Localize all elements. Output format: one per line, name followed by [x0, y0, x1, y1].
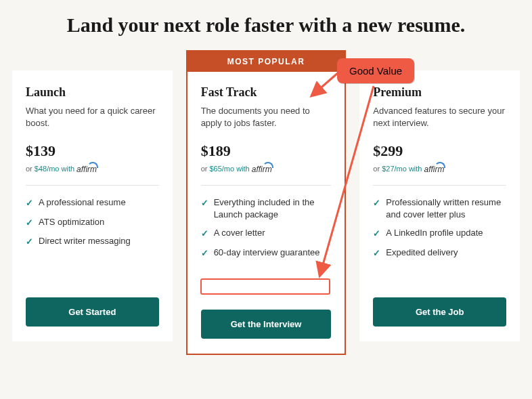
affirm-or: or [26, 165, 32, 173]
feature-item: ✓A professional resume [26, 196, 159, 209]
affirm-monthly[interactable]: $65/mo with [209, 165, 249, 173]
affirm-or: or [201, 165, 208, 173]
check-icon: ✓ [373, 228, 380, 240]
affirm-line: or $65/mo with affirm [201, 163, 332, 174]
affirm-monthly[interactable]: $27/mo with [382, 165, 422, 173]
plan-card-fasttrack: MOST POPULAR Fast Track The documents yo… [186, 50, 347, 355]
affirm-monthly[interactable]: $48/mo with [35, 165, 74, 173]
plan-desc: Advanced features to secure your next in… [373, 105, 506, 131]
feature-item: ✓A cover letter [201, 227, 332, 240]
check-icon: ✓ [201, 247, 208, 259]
check-icon: ✓ [201, 197, 208, 209]
feature-text: A LinkedIn profile update [386, 227, 483, 239]
plan-desc: The documents you need to apply to jobs … [201, 105, 332, 131]
feature-item: ✓ATS optimization [26, 216, 159, 229]
affirm-line: or $48/mo with affirm [26, 163, 159, 174]
feature-item: ✓Professionally written resume and cover… [373, 196, 506, 220]
plan-name: Fast Track [201, 85, 332, 100]
affirm-line: or $27/mo with affirm [373, 163, 506, 174]
pricing-cards-row: Launch What you need for a quick career … [0, 43, 532, 355]
plan-price: $139 [26, 142, 159, 160]
feature-item: ✓A LinkedIn profile update [373, 227, 506, 240]
plan-price: $189 [201, 142, 332, 160]
get-started-button[interactable]: Get Started [26, 297, 159, 327]
feature-text: 60-day interview guarantee [214, 247, 320, 259]
divider [373, 185, 506, 186]
check-icon: ✓ [373, 247, 380, 259]
check-icon: ✓ [26, 236, 33, 248]
check-icon: ✓ [201, 228, 208, 240]
feature-text: Direct writer messaging [39, 235, 131, 247]
affirm-logo-icon: affirm [76, 163, 97, 174]
feature-item: ✓Expedited delivery [373, 247, 506, 259]
plan-name: Launch [26, 85, 159, 100]
feature-text: A cover letter [214, 227, 265, 239]
check-icon: ✓ [26, 217, 33, 229]
feature-text: Everything included in the Launch packag… [214, 196, 332, 220]
affirm-logo-icon: affirm [252, 163, 272, 174]
feature-list: ✓Professionally written resume and cover… [373, 196, 506, 283]
plan-card-launch: Launch What you need for a quick career … [12, 70, 173, 341]
get-job-button[interactable]: Get the Job [373, 297, 506, 327]
divider [26, 185, 159, 186]
feature-text: A professional resume [39, 196, 126, 209]
feature-list: ✓Everything included in the Launch packa… [201, 196, 332, 295]
feature-item: ✓Direct writer messaging [26, 235, 159, 248]
feature-list: ✓A professional resume ✓ATS optimization… [26, 196, 159, 283]
divider [201, 185, 332, 186]
feature-item: ✓Everything included in the Launch packa… [201, 196, 332, 220]
feature-text: ATS optimization [39, 216, 104, 228]
plan-name: Premium [373, 85, 506, 100]
check-icon: ✓ [26, 197, 33, 209]
affirm-or: or [373, 165, 380, 173]
plan-desc: What you need for a quick career boost. [26, 105, 159, 131]
affirm-logo-icon: affirm [424, 163, 444, 174]
feature-text: Professionally written resume and cover … [386, 196, 506, 220]
plan-price: $299 [373, 142, 506, 160]
plan-card-premium: Premium Advanced features to secure your… [359, 70, 520, 341]
page-headline: Land your next role faster with a new re… [0, 0, 532, 43]
most-popular-badge: MOST POPULAR [187, 51, 345, 72]
feature-item: ✓60-day interview guarantee [201, 247, 332, 259]
check-icon: ✓ [373, 197, 380, 209]
get-interview-button[interactable]: Get the Interview [201, 310, 332, 339]
feature-text: Expedited delivery [386, 247, 458, 259]
